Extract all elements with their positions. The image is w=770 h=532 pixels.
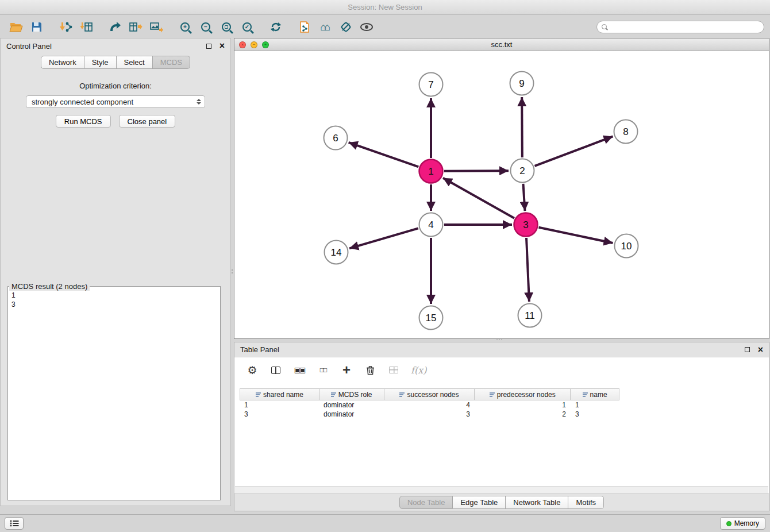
table-cell: 1 bbox=[240, 400, 319, 410]
edge-2-8[interactable] bbox=[535, 136, 613, 165]
edge-3-1[interactable] bbox=[443, 178, 514, 218]
node-9[interactable]: 9 bbox=[510, 72, 534, 95]
column-header-label: name bbox=[590, 391, 607, 399]
export-image-icon bbox=[149, 21, 163, 33]
clone-network-button[interactable] bbox=[294, 18, 315, 36]
tab-node-table[interactable]: Node Table bbox=[399, 496, 453, 509]
sort-icon bbox=[331, 392, 336, 397]
table-cell: dominator bbox=[319, 400, 384, 410]
zoom-fit-button[interactable] bbox=[216, 18, 237, 36]
table-cell: 3 bbox=[571, 410, 619, 419]
eye-icon bbox=[360, 23, 373, 31]
float-panel-icon[interactable] bbox=[206, 44, 211, 49]
svg-text:2: 2 bbox=[519, 165, 525, 176]
node-7[interactable]: 7 bbox=[419, 73, 443, 97]
float-table-panel-icon[interactable] bbox=[745, 347, 750, 352]
graphics-details-button[interactable] bbox=[336, 18, 356, 36]
node-2[interactable]: 2 bbox=[511, 159, 534, 183]
tab-mcds[interactable]: MCDS bbox=[153, 56, 190, 69]
vertical-splitter[interactable] bbox=[231, 267, 233, 276]
column-header-label: predecessor nodes bbox=[497, 391, 556, 399]
column-header-predecessor-nodes[interactable]: predecessor nodes bbox=[475, 389, 571, 400]
svg-text:11: 11 bbox=[525, 310, 535, 321]
save-session-button[interactable] bbox=[26, 18, 47, 36]
network-window-titlebar[interactable]: × − + scc.txt bbox=[234, 38, 769, 51]
table-row[interactable]: 1dominator411 bbox=[240, 400, 619, 410]
node-14[interactable]: 14 bbox=[325, 241, 348, 264]
close-panel-button[interactable]: Close panel bbox=[119, 115, 176, 128]
export-image-button[interactable] bbox=[146, 18, 167, 36]
horizontal-splitter[interactable] bbox=[495, 337, 503, 341]
control-panel: Control Panel × NetworkStyleSelectMCDS O… bbox=[0, 38, 231, 506]
add-row-button[interactable]: + bbox=[340, 361, 353, 379]
tab-select[interactable]: Select bbox=[117, 56, 153, 69]
window-title: Session: New Session bbox=[348, 3, 422, 11]
tab-style[interactable]: Style bbox=[84, 56, 117, 69]
export-network-button[interactable] bbox=[105, 18, 125, 36]
table-settings-button[interactable]: ⚙ bbox=[246, 361, 259, 379]
tab-network-table[interactable]: Network Table bbox=[506, 496, 568, 509]
node-10[interactable]: 10 bbox=[615, 234, 638, 258]
table-panel: Table Panel × ⚙ ▣▣ □□ + f(x) shared name… bbox=[234, 342, 769, 511]
column-header-label: successor nodes bbox=[407, 391, 459, 399]
show-columns-button[interactable] bbox=[270, 361, 282, 379]
run-mcds-button[interactable]: Run MCDS bbox=[56, 115, 111, 128]
import-network-button[interactable] bbox=[55, 18, 76, 36]
node-15[interactable]: 15 bbox=[419, 306, 443, 330]
zoom-in-button[interactable]: + bbox=[175, 18, 195, 36]
maximize-window-button[interactable]: + bbox=[262, 41, 269, 48]
zoom-out-button[interactable]: − bbox=[195, 18, 216, 36]
first-neighbors-button[interactable]: ⌂⌂ bbox=[315, 18, 336, 36]
edge-2-9[interactable] bbox=[522, 97, 522, 157]
close-table-panel-icon[interactable]: × bbox=[758, 345, 763, 354]
close-panel-icon[interactable]: × bbox=[220, 41, 225, 51]
node-1[interactable]: 1 bbox=[419, 160, 443, 183]
edge-1-2[interactable] bbox=[444, 171, 509, 171]
import-table-button[interactable] bbox=[76, 18, 97, 36]
table-row[interactable]: 3dominator323 bbox=[240, 410, 619, 419]
memory-status-icon bbox=[726, 521, 732, 526]
task-history-button[interactable] bbox=[5, 517, 24, 530]
node-6[interactable]: 6 bbox=[324, 126, 348, 150]
svg-text:15: 15 bbox=[426, 313, 437, 323]
edge-3-11[interactable] bbox=[526, 238, 529, 302]
birds-eye-view-button[interactable] bbox=[356, 18, 377, 36]
minimize-window-button[interactable]: − bbox=[251, 41, 257, 48]
column-header-shared-name[interactable]: shared name bbox=[240, 389, 319, 400]
tab-motifs[interactable]: Motifs bbox=[568, 496, 604, 509]
network-graph[interactable]: 7968124310141511 bbox=[234, 51, 769, 338]
node-8[interactable]: 8 bbox=[614, 120, 638, 144]
zoom-fit-icon bbox=[222, 22, 231, 32]
node-11[interactable]: 11 bbox=[518, 304, 542, 327]
edge-2-3[interactable] bbox=[523, 184, 525, 211]
optimization-label: Optimization criterion: bbox=[1, 82, 230, 90]
select-all-columns-button[interactable]: ▣▣ bbox=[293, 361, 306, 379]
network-window-title: scc.txt bbox=[491, 40, 513, 49]
column-header-successor-nodes[interactable]: successor nodes bbox=[384, 389, 475, 400]
search-box[interactable] bbox=[596, 21, 764, 33]
table-hscrollbar[interactable] bbox=[235, 486, 768, 494]
refresh-view-button[interactable] bbox=[265, 18, 286, 36]
column-header-name[interactable]: name bbox=[571, 389, 619, 400]
mcds-result-title: MCDS result (2 nodes) bbox=[9, 282, 90, 291]
svg-text:4: 4 bbox=[428, 219, 433, 230]
zoom-selected-button[interactable]: ✓ bbox=[237, 18, 257, 36]
export-table-button[interactable] bbox=[125, 18, 146, 36]
delete-row-button[interactable] bbox=[364, 361, 376, 379]
column-header-mcds-role[interactable]: MCDS role bbox=[319, 389, 384, 400]
search-input[interactable] bbox=[610, 23, 759, 31]
edge-1-6[interactable] bbox=[349, 142, 419, 167]
mcds-result-box: MCDS result (2 nodes) 13 bbox=[7, 282, 221, 500]
tab-edge-table[interactable]: Edge Table bbox=[453, 496, 506, 509]
svg-text:1: 1 bbox=[428, 166, 433, 177]
criterion-select[interactable]: strongly connected component bbox=[26, 95, 205, 108]
memory-button[interactable]: Memory bbox=[720, 517, 765, 530]
deselect-all-columns-button[interactable]: □□ bbox=[317, 361, 329, 379]
close-window-button[interactable]: × bbox=[239, 41, 246, 48]
edge-3-10[interactable] bbox=[539, 228, 613, 243]
node-4[interactable]: 4 bbox=[419, 213, 443, 237]
open-session-button[interactable] bbox=[6, 18, 26, 36]
node-3[interactable]: 3 bbox=[514, 213, 538, 237]
tab-network[interactable]: Network bbox=[41, 56, 84, 69]
edge-4-14[interactable] bbox=[349, 228, 418, 248]
